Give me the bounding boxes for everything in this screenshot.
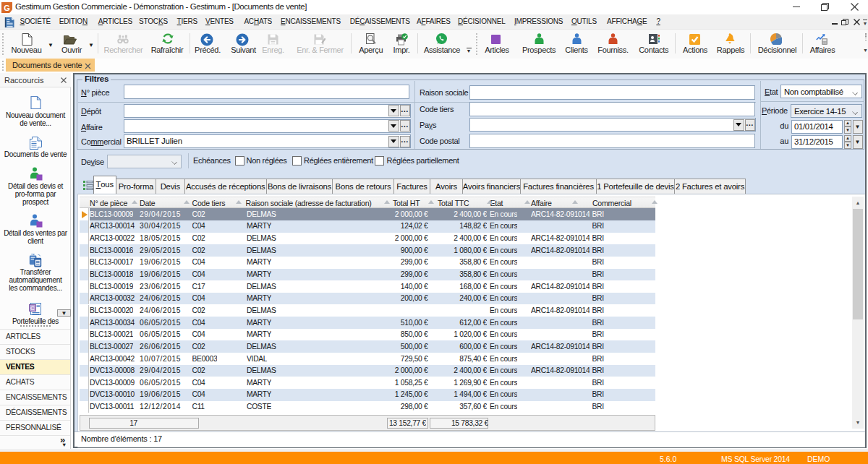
- svg-text:G: G: [4, 4, 10, 12]
- svg-text:C: C: [30, 305, 35, 312]
